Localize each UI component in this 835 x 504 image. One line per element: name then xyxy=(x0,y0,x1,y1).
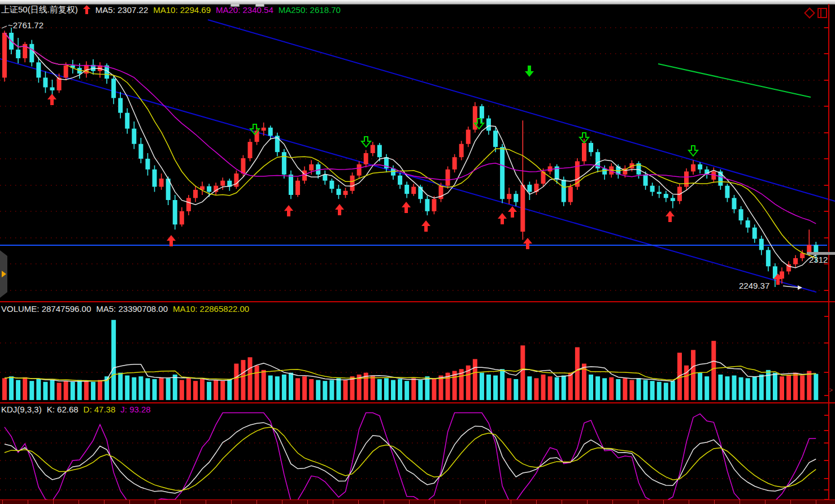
kdj-grid xyxy=(0,431,827,490)
ma250-readout: MA250: 2618.70 xyxy=(279,5,341,15)
time-axis-strip xyxy=(0,499,835,504)
main-pane-header: 上证50(日线.前复权) MA5: 2307.22MA10: 2294.69MA… xyxy=(1,5,341,15)
instrument-title: 上证50(日线.前复权) xyxy=(1,5,78,15)
kdj-d-line xyxy=(5,427,816,490)
j-value-readout: J: 93.28 xyxy=(120,405,150,414)
split-window-icon[interactable] xyxy=(817,8,827,18)
stock-chart-window: 上证50(日线.前复权) MA5: 2307.22MA10: 2294.69MA… xyxy=(0,0,835,504)
kdj-j-line xyxy=(5,413,816,501)
volume-readout: VOLUME: 28747596.00 xyxy=(1,304,91,314)
volume-grid xyxy=(0,343,827,372)
period-low-label: 2249.37 xyxy=(739,281,769,290)
pane-splitter-volume[interactable] xyxy=(0,301,835,302)
low-pointer-arrow xyxy=(783,285,802,290)
sidebar-expand-handle[interactable] xyxy=(0,250,7,298)
trendlines xyxy=(0,20,835,292)
d-value-readout: D: 47.38 xyxy=(84,405,116,414)
up-arrow-icon xyxy=(83,5,90,14)
kdj-pane-header: KDJ(9,3,3)K: 62.68D: 47.38J: 93.28 xyxy=(1,404,151,414)
vol-ma5-readout: MA5: 23390708.00 xyxy=(96,304,168,314)
volume-bars xyxy=(2,320,818,400)
ma20-readout: MA20: 2340.54 xyxy=(216,5,273,15)
chart-canvas[interactable] xyxy=(0,0,835,504)
ma250-line xyxy=(658,64,811,97)
pane-collapse-marker[interactable]: > xyxy=(829,387,833,393)
last-price-label: 2312 xyxy=(809,255,828,264)
k-value-readout: K: 62.68 xyxy=(47,405,79,414)
kdj-params-readout: KDJ(9,3,3) xyxy=(1,405,42,414)
ma10-readout: MA10: 2294.69 xyxy=(153,5,211,15)
high-tick-mark xyxy=(2,26,7,28)
ma5-readout: MA5: 2307.22 xyxy=(95,5,148,15)
expand-arrow-icon xyxy=(2,271,6,277)
main-grid xyxy=(0,28,827,290)
candles xyxy=(2,28,818,287)
kdj-k-line xyxy=(5,423,816,493)
volume-pane-header: VOLUME: 28747596.00MA5: 23390708.00MA10:… xyxy=(1,303,249,314)
vol-ma10-readout: MA10: 22865822.00 xyxy=(173,304,249,314)
pane-splitter-kdj[interactable] xyxy=(0,402,835,403)
period-high-label: ~2761.72 xyxy=(8,20,44,30)
ma5-line xyxy=(5,33,816,268)
